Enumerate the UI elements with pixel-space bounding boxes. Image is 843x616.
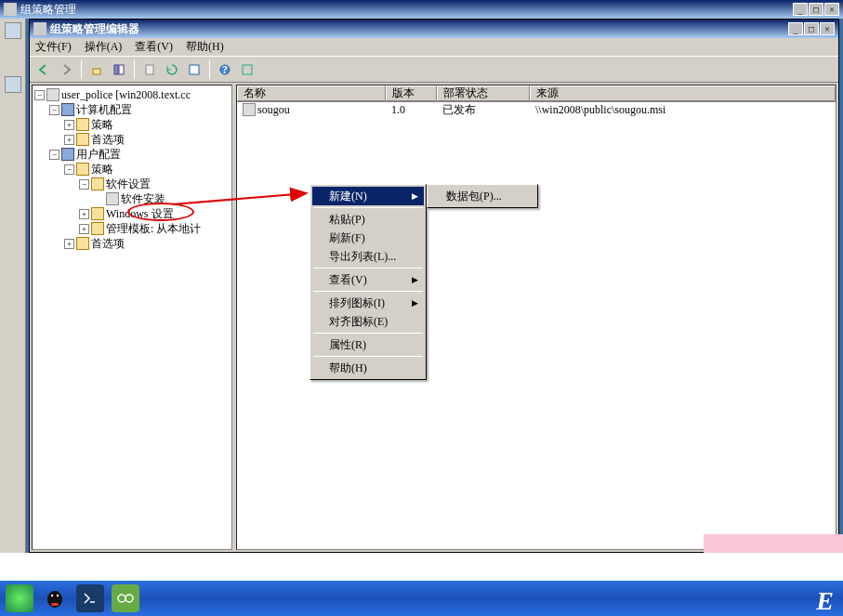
ctx-arrange[interactable]: 排列图标(I)▶ [312,294,424,312]
editor-window-icon [33,22,46,35]
context-menu: 新建(N)▶ 粘贴(P) 刷新(F) 导出列表(L)... 查看(V)▶ 排列图… [310,184,427,380]
tree-windows-settings[interactable]: +Windows 设置 [79,206,230,221]
taskbar-powershell-icon[interactable] [76,584,104,612]
properties-button[interactable] [237,59,257,80]
editor-titlebar: 组策略管理编辑器 _ □ × [30,20,838,38]
submenu-arrow-icon: ▶ [412,275,418,284]
parent-minimize-button[interactable]: _ [793,3,808,16]
taskbar-logo-swoosh: E [816,586,843,616]
forward-button[interactable] [56,59,76,80]
tree-user-policies[interactable]: −策略 [64,162,230,177]
tree-software-install[interactable]: 软件安装 [94,191,230,206]
col-version[interactable]: 版本 [386,85,437,101]
ctx-help[interactable]: 帮助(H) [312,359,424,377]
svg-rect-7 [243,65,252,74]
col-deploy[interactable]: 部署状态 [437,85,530,101]
taskbar: E [0,581,843,616]
show-hide-tree-button[interactable] [109,59,129,80]
tree-admin-templates[interactable]: +管理模板: 从本地计 [79,221,230,236]
svg-rect-14 [51,603,59,606]
menu-file[interactable]: 文件(F) [35,39,72,55]
ctx-new[interactable]: 新建(N)▶ [312,187,424,205]
ctx-export[interactable]: 导出列表(L)... [312,247,424,266]
svg-rect-1 [114,65,118,74]
col-source[interactable]: 来源 [530,85,836,101]
start-button[interactable] [6,584,33,612]
svg-point-16 [118,595,125,602]
tree-software-settings[interactable]: −软件设置 [79,177,230,191]
submenu-arrow-icon: ▶ [412,191,418,201]
editor-close-button[interactable]: × [820,22,835,35]
tree-computer-prefs[interactable]: +首选项 [64,132,230,147]
parent-left-panel [0,19,26,553]
package-icon [243,103,256,116]
parent-maximize-button[interactable]: □ [809,3,823,16]
editor-window-title: 组策略管理编辑器 [50,21,788,37]
svg-point-11 [49,591,60,602]
export-button[interactable] [184,59,204,80]
menu-view[interactable]: 查看(V) [135,39,173,55]
submenu-arrow-icon: ▶ [412,298,418,308]
svg-text:?: ? [222,63,228,76]
up-button[interactable] [86,59,107,80]
col-name[interactable]: 名称 [237,85,386,101]
help-button[interactable]: ? [215,59,235,80]
ctx-paste[interactable]: 粘贴(P) [312,210,424,229]
parent-window-title: 组策略管理 [20,2,793,18]
taskbar-qq-icon[interactable] [41,584,69,612]
gpo-editor-window: 组策略管理编辑器 _ □ × 文件(F) 操作(A) 查看(V) 帮助(H) ?… [29,19,839,553]
tree-user-config[interactable]: −用户配置 [49,147,230,162]
cell-name: sougou [257,103,290,117]
decoration-white [0,553,843,581]
cell-deploy: 已发布 [437,102,530,117]
menubar: 文件(F) 操作(A) 查看(V) 帮助(H) [30,38,838,57]
parent-tree-icon[interactable] [5,22,21,39]
svg-point-13 [57,595,59,596]
menu-action[interactable]: 操作(A) [85,39,123,55]
menu-help[interactable]: 帮助(H) [186,39,224,55]
context-submenu: 数据包(P)... [427,184,538,208]
parent-window-icon [4,3,17,16]
ctx-properties[interactable]: 属性(R) [312,335,424,354]
tree-user-prefs[interactable]: +首选项 [64,236,230,251]
toolbar: ? [30,57,838,83]
list-header: 名称 版本 部署状态 来源 [237,85,836,102]
cell-source: \\win2008\public\sougou.msi [530,102,836,117]
refresh-button[interactable] [162,59,182,80]
svg-rect-4 [190,65,199,74]
taskbar-vm-icon[interactable] [112,584,139,612]
tree-root[interactable]: −user_police [win2008.text.cc [34,87,230,102]
back-button[interactable] [33,59,54,80]
svg-rect-0 [93,69,100,74]
tree-pane[interactable]: −user_police [win2008.text.cc −计算机配置 +策略… [32,85,232,550]
cell-version: 1.0 [386,102,437,117]
parent-close-button[interactable]: × [824,3,839,16]
decoration-pink [704,534,843,553]
svg-rect-2 [119,65,124,74]
list-row[interactable]: sougou 1.0 已发布 \\win2008\public\sougou.m… [237,102,836,117]
tree-computer-config[interactable]: −计算机配置 [49,102,230,117]
parent-window-titlebar: 组策略管理 _ □ × [0,0,843,19]
parent-tree-icon-2[interactable] [5,76,21,93]
svg-point-17 [125,595,133,602]
editor-minimize-button[interactable]: _ [788,22,803,35]
svg-rect-3 [146,65,153,74]
svg-point-12 [51,595,53,596]
ctx-align[interactable]: 对齐图标(E) [312,312,424,331]
tree-computer-policies[interactable]: +策略 [64,117,230,132]
ctx-refresh[interactable]: 刷新(F) [312,229,424,247]
editor-maximize-button[interactable]: □ [804,22,819,35]
ctx-view[interactable]: 查看(V)▶ [312,270,424,289]
delete-button[interactable] [139,59,160,80]
ctx-package[interactable]: 数据包(P)... [429,187,535,205]
